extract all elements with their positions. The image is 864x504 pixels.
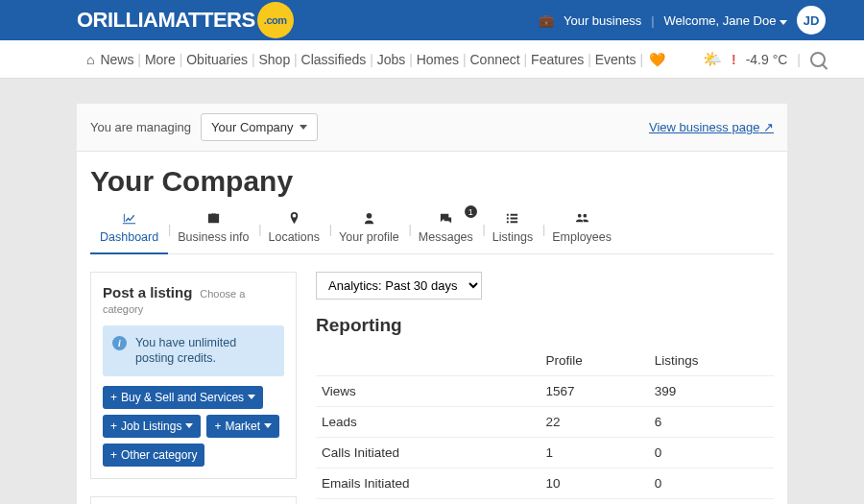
col-header — [316, 346, 540, 376]
external-link-icon: ↗ — [763, 120, 774, 134]
user-avatar[interactable]: JD — [797, 6, 826, 35]
logo-text: ORILLIAMATTERS — [77, 8, 255, 33]
your-business-link[interactable]: Your business — [564, 13, 641, 28]
tab-your-profile[interactable]: Your profile| — [329, 205, 409, 253]
reporting-heading: Reporting — [316, 315, 774, 336]
manage-bar: You are managing Your Company View busin… — [77, 104, 787, 152]
main-nav: ⌂ News | More | Obituaries | Shop | Clas… — [0, 40, 864, 79]
nav-features[interactable]: Features — [531, 52, 584, 67]
tab-messages[interactable]: Messages1| — [409, 205, 483, 253]
nav-events[interactable]: Events — [595, 52, 636, 67]
post-listing-card: Post a listing Choose a category You hav… — [90, 272, 297, 479]
person-icon — [339, 211, 399, 228]
temperature: -4.9 °C — [746, 52, 788, 67]
tab-locations[interactable]: Locations| — [259, 205, 330, 253]
welcome-user-link[interactable]: Welcome, Jane Doe — [664, 13, 787, 28]
view-business-page-link[interactable]: View business page ↗ — [649, 120, 774, 134]
nav-homes[interactable]: Homes — [417, 52, 459, 67]
logo-dot: .com — [257, 2, 294, 38]
weather-alert-icon[interactable]: ! — [732, 52, 736, 67]
nav-more[interactable]: More — [145, 52, 176, 67]
tab-business-info[interactable]: Business info| — [168, 205, 258, 253]
table-row: Views1567399 — [316, 376, 774, 407]
table-row: Calls Initiated10 — [316, 438, 774, 468]
post-btn-market[interactable]: + Market — [206, 415, 279, 438]
col-header: Listings — [649, 346, 774, 376]
home-icon[interactable]: ⌂ — [86, 52, 94, 67]
tab-bar: Dashboard|Business info|Locations|Your p… — [90, 205, 774, 254]
pin-icon — [269, 211, 321, 228]
table-row: Emails Initiated100 — [316, 468, 774, 499]
page-title: Your Company — [90, 165, 774, 198]
topbar: ORILLIAMATTERS .com 💼 Your business | We… — [0, 0, 864, 40]
nav-classifieds[interactable]: Classifieds — [301, 52, 367, 67]
site-logo[interactable]: ORILLIAMATTERS .com — [77, 2, 294, 38]
nav-obituaries[interactable]: Obituaries — [186, 52, 248, 67]
nav-jobs[interactable]: Jobs — [377, 52, 406, 67]
search-icon[interactable] — [810, 52, 826, 67]
📈-icon — [100, 211, 158, 228]
briefcase-icon: 💼 — [539, 13, 554, 28]
post-btn-other-category[interactable]: + Other category — [103, 444, 204, 467]
tab-dashboard[interactable]: Dashboard| — [90, 205, 168, 253]
col-header: Profile — [540, 346, 648, 376]
analytics-range-select[interactable]: Analytics: Past 30 days — [316, 272, 482, 300]
manage-label: You are managing — [90, 120, 191, 134]
post-listing-title: Post a listing — [103, 284, 192, 300]
company-selector[interactable]: Your Company — [201, 113, 318, 141]
people-icon — [552, 211, 612, 228]
post-btn-job-listings[interactable]: + Job Listings — [103, 415, 201, 438]
credits-info: You have unlimited posting credits. — [103, 325, 284, 376]
tab-listings[interactable]: Listings| — [483, 205, 542, 253]
need-more-card: Need more? Talk to us about our award-wi… — [90, 496, 297, 505]
heart-icon[interactable]: 🧡 — [649, 52, 665, 67]
nav-shop[interactable]: Shop — [258, 52, 290, 67]
badge: 1 — [465, 205, 477, 218]
table-row: Leads226 — [316, 407, 774, 438]
weather-icon: 🌤️ — [703, 50, 722, 68]
post-btn-buy-sell-and-services[interactable]: + Buy & Sell and Services — [103, 386, 263, 409]
main-container: You are managing Your Company View busin… — [77, 104, 787, 504]
nav-news[interactable]: News — [100, 52, 133, 67]
nav-connect[interactable]: Connect — [470, 52, 520, 67]
list-icon — [492, 211, 533, 228]
briefcase-icon — [178, 211, 249, 228]
table-row: Website Clicks890 — [316, 499, 774, 505]
tab-employees[interactable]: Employees — [542, 205, 621, 253]
reporting-table: ProfileListings Views1567399Leads226Call… — [316, 346, 774, 504]
